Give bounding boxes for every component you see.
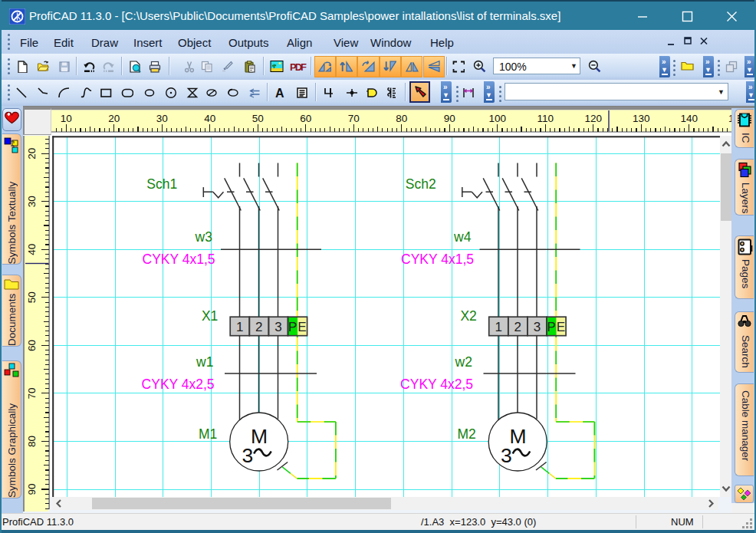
svg-text:40: 40 [26, 244, 38, 255]
svg-text:E: E [297, 320, 306, 334]
svg-text:80: 80 [26, 436, 38, 447]
svg-text:30: 30 [156, 113, 168, 124]
svg-text:X1: X1 [202, 308, 218, 324]
svg-text:Sch1: Sch1 [146, 176, 177, 192]
svg-text:3: 3 [501, 444, 512, 467]
svg-text:60: 60 [26, 340, 38, 351]
svg-text:70: 70 [348, 113, 360, 124]
svg-text:60: 60 [300, 113, 311, 124]
svg-text:Sch2: Sch2 [406, 176, 436, 192]
svg-text:2: 2 [514, 320, 521, 334]
svg-text:M1: M1 [199, 426, 217, 442]
svg-text:CYKY 4x2,5: CYKY 4x2,5 [142, 377, 215, 392]
svg-text:110: 110 [537, 113, 554, 124]
svg-text:3: 3 [274, 320, 281, 334]
svg-text:90: 90 [26, 483, 38, 495]
svg-text:20: 20 [108, 113, 120, 124]
svg-text:130: 130 [633, 113, 650, 124]
svg-text:CYKY 4x1,5: CYKY 4x1,5 [143, 252, 215, 267]
svg-text:w1: w1 [196, 354, 213, 370]
svg-text:140: 140 [681, 113, 698, 124]
svg-text:P: P [547, 320, 556, 334]
svg-text:50: 50 [26, 291, 38, 303]
svg-text:90: 90 [444, 113, 455, 124]
svg-text:E: E [557, 320, 565, 334]
svg-text:w2: w2 [455, 354, 472, 370]
svg-text:3: 3 [242, 444, 253, 467]
svg-text:20: 20 [26, 148, 38, 160]
svg-text:w4: w4 [453, 229, 472, 245]
svg-text:50: 50 [252, 113, 264, 124]
svg-text:M: M [251, 425, 268, 448]
svg-text:100: 100 [489, 113, 507, 124]
svg-text:120: 120 [585, 113, 603, 124]
svg-text:CYKY 4x2,5: CYKY 4x2,5 [400, 377, 473, 392]
svg-text:CYKY 4x1,5: CYKY 4x1,5 [401, 252, 474, 267]
svg-text:P: P [288, 320, 297, 334]
svg-text:10: 10 [61, 113, 72, 124]
svg-text:2: 2 [255, 320, 262, 334]
svg-text:M: M [509, 425, 526, 448]
svg-text:M2: M2 [458, 426, 476, 442]
svg-text:A: A [275, 87, 284, 99]
svg-text:40: 40 [204, 113, 215, 124]
svg-text:80: 80 [396, 113, 407, 124]
svg-text:1: 1 [495, 320, 501, 334]
svg-text:70: 70 [26, 387, 38, 399]
svg-text:w3: w3 [195, 229, 212, 245]
svg-text:1: 1 [236, 320, 243, 334]
svg-text:3: 3 [534, 320, 541, 334]
svg-text:PDF: PDF [290, 61, 307, 72]
svg-text:X2: X2 [460, 308, 476, 324]
svg-text:30: 30 [26, 196, 38, 207]
